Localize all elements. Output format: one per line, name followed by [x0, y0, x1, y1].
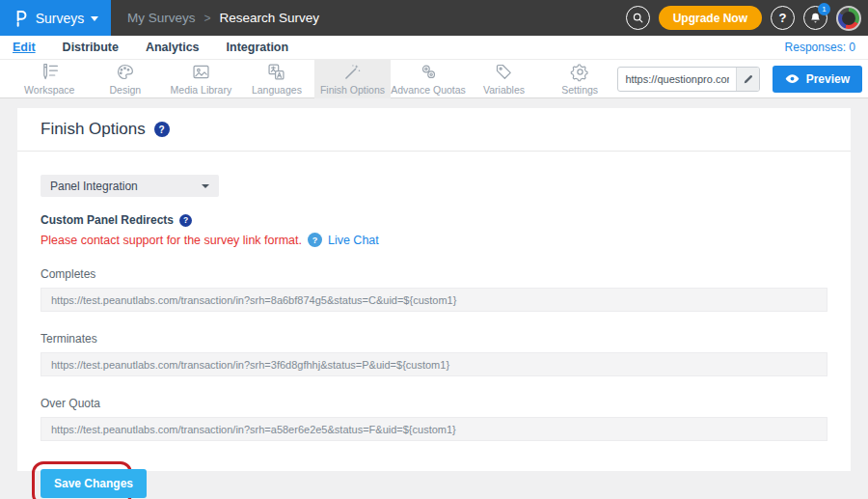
top-header-bar: Surveys My Surveys > Research Survey Upg… — [0, 0, 868, 36]
eye-icon — [785, 73, 800, 84]
field-label-completes: Completes — [41, 267, 827, 281]
product-label: Surveys — [36, 11, 85, 26]
questionpro-logo-icon — [13, 9, 29, 28]
chevron-down-icon — [91, 16, 98, 21]
notifications-button[interactable]: 1 — [803, 6, 827, 30]
preview-button[interactable]: Preview — [773, 66, 862, 93]
toolbar-item-finish-options[interactable]: Finish Options — [314, 60, 391, 98]
header-actions: Upgrade Now ? 1 — [626, 6, 868, 31]
toolbar-item-settings[interactable]: Settings — [542, 60, 618, 98]
account-gauge-avatar[interactable] — [836, 6, 861, 31]
custom-panel-redirects-heading: Custom Panel Redirects ? — [41, 213, 827, 227]
surveys-product-menu[interactable]: Surveys — [0, 0, 111, 36]
toolbar-item-media-library[interactable]: Media Library — [163, 60, 239, 98]
pencil-icon — [743, 73, 754, 85]
section-heading-label: Custom Panel Redirects — [41, 213, 174, 227]
toolbar-item-variables[interactable]: Variables — [466, 60, 542, 98]
edit-toolbar: Workspace Design Media Library Languages… — [0, 60, 868, 98]
gear-icon — [570, 62, 590, 82]
finish-options-help-icon[interactable]: ? — [154, 122, 170, 137]
toolbar-label: Languages — [252, 84, 302, 96]
panel-integration-dropdown[interactable]: Panel Integration — [41, 175, 219, 197]
question-mark-icon: ? — [779, 11, 787, 25]
tab-integration[interactable]: Integration — [227, 41, 289, 54]
dropdown-selected-value: Panel Integration — [50, 180, 138, 193]
toolbar-label: Media Library — [171, 84, 232, 96]
save-button-area: Save Changes — [41, 469, 156, 498]
search-button[interactable] — [626, 6, 650, 30]
survey-nav-tabs: Edit Distribute Analytics Integration — [13, 41, 288, 54]
redirect-field-terminates: Terminates — [41, 332, 827, 376]
live-chat-help-icon[interactable]: ? — [308, 233, 322, 247]
image-icon — [191, 62, 211, 82]
search-icon — [632, 12, 644, 24]
toolbar-item-languages[interactable]: Languages — [239, 60, 315, 98]
tab-distribute[interactable]: Distribute — [63, 41, 119, 54]
help-button[interactable]: ? — [771, 6, 795, 30]
support-notice-text: Please contact support for the survey li… — [41, 234, 302, 247]
tab-analytics[interactable]: Analytics — [146, 41, 200, 54]
card-body: Panel Integration Custom Panel Redirects… — [17, 152, 851, 499]
redirects-help-icon[interactable]: ? — [179, 214, 192, 227]
toolbar-label: Settings — [561, 84, 598, 96]
chain-links-icon — [419, 62, 439, 82]
workspace-icon — [40, 62, 60, 82]
toolbar-item-advance-quotas[interactable]: Advance Quotas — [391, 60, 467, 98]
redirect-field-over-quota: Over Quota — [41, 397, 827, 441]
field-label-terminates: Terminates — [41, 332, 827, 346]
breadcrumb-separator: > — [204, 12, 211, 25]
palette-icon — [115, 62, 135, 82]
toolbar-label: Finish Options — [320, 84, 385, 96]
save-changes-button[interactable]: Save Changes — [41, 469, 147, 498]
card-header: Finish Options ? — [17, 108, 851, 152]
completes-url-input[interactable] — [41, 288, 827, 312]
toolbar-item-workspace[interactable]: Workspace — [12, 60, 88, 98]
live-chat-link[interactable]: Live Chat — [328, 234, 379, 247]
toolbar-label: Variables — [483, 84, 525, 96]
survey-url-box — [617, 67, 759, 92]
tag-icon — [494, 62, 514, 82]
terminates-url-input[interactable] — [41, 352, 827, 376]
support-notice-row: Please contact support for the survey li… — [41, 233, 827, 247]
translate-icon — [266, 62, 286, 82]
breadcrumb-my-surveys[interactable]: My Surveys — [127, 11, 196, 25]
page-title: Finish Options — [41, 120, 146, 139]
tab-edit[interactable]: Edit — [13, 41, 36, 54]
finish-options-card: Finish Options ? Panel Integration Custo… — [17, 108, 851, 471]
toolbar-label: Design — [109, 84, 141, 96]
edit-url-button[interactable] — [736, 67, 758, 92]
survey-nav-row: Edit Distribute Analytics Integration Re… — [0, 36, 868, 60]
responses-count[interactable]: Responses: 0 — [785, 41, 855, 54]
toolbar-label: Workspace — [24, 84, 74, 96]
redirect-field-completes: Completes — [41, 267, 827, 312]
toolbar-label: Advance Quotas — [391, 84, 466, 96]
breadcrumb-current-survey: Research Survey — [220, 11, 320, 25]
notification-badge: 1 — [818, 3, 830, 15]
preview-label: Preview — [806, 72, 850, 86]
toolbar-item-design[interactable]: Design — [88, 60, 164, 98]
upgrade-now-button[interactable]: Upgrade Now — [659, 6, 762, 30]
field-label-over-quota: Over Quota — [41, 397, 827, 410]
over-quota-url-input[interactable] — [41, 417, 827, 441]
breadcrumb: My Surveys > Research Survey — [127, 11, 319, 25]
magic-wand-icon — [342, 62, 363, 82]
survey-url-input[interactable] — [618, 73, 736, 85]
chevron-down-icon — [202, 184, 209, 188]
